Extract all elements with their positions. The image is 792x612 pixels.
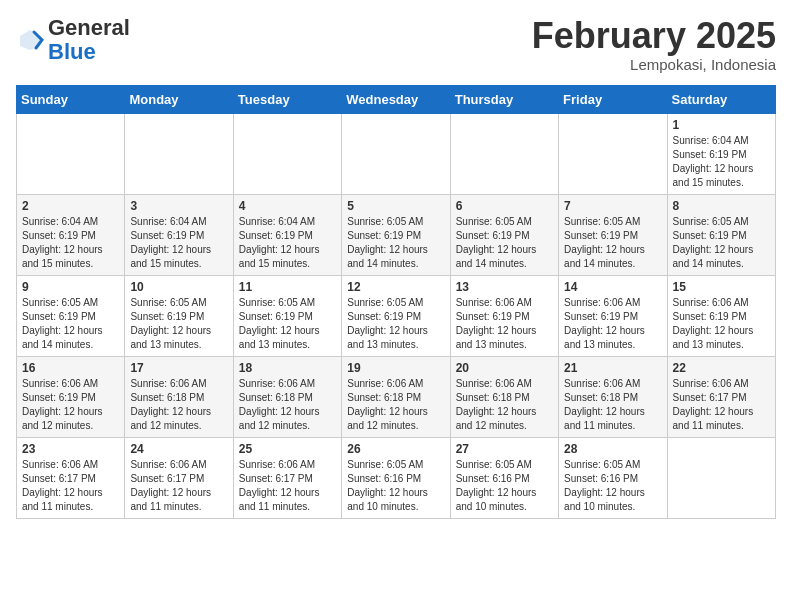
day-info: Sunrise: 6:05 AMSunset: 6:19 PMDaylight:…: [347, 215, 444, 271]
day-number: 2: [22, 199, 119, 213]
calendar-cell: [233, 113, 341, 194]
weekday-header: Friday: [559, 85, 667, 113]
calendar-cell: 13Sunrise: 6:06 AMSunset: 6:19 PMDayligh…: [450, 275, 558, 356]
calendar-cell: 17Sunrise: 6:06 AMSunset: 6:18 PMDayligh…: [125, 356, 233, 437]
day-info: Sunrise: 6:06 AMSunset: 6:19 PMDaylight:…: [456, 296, 553, 352]
calendar-cell: 21Sunrise: 6:06 AMSunset: 6:18 PMDayligh…: [559, 356, 667, 437]
weekday-header: Saturday: [667, 85, 775, 113]
day-info: Sunrise: 6:05 AMSunset: 6:19 PMDaylight:…: [347, 296, 444, 352]
calendar-cell: 2Sunrise: 6:04 AMSunset: 6:19 PMDaylight…: [17, 194, 125, 275]
day-number: 25: [239, 442, 336, 456]
day-info: Sunrise: 6:06 AMSunset: 6:19 PMDaylight:…: [564, 296, 661, 352]
page-header: General Blue February 2025 Lempokasi, In…: [16, 16, 776, 73]
day-info: Sunrise: 6:04 AMSunset: 6:19 PMDaylight:…: [22, 215, 119, 271]
calendar-cell: 12Sunrise: 6:05 AMSunset: 6:19 PMDayligh…: [342, 275, 450, 356]
day-info: Sunrise: 6:05 AMSunset: 6:19 PMDaylight:…: [564, 215, 661, 271]
calendar-cell: 1Sunrise: 6:04 AMSunset: 6:19 PMDaylight…: [667, 113, 775, 194]
calendar-cell: 11Sunrise: 6:05 AMSunset: 6:19 PMDayligh…: [233, 275, 341, 356]
calendar-week-row: 23Sunrise: 6:06 AMSunset: 6:17 PMDayligh…: [17, 437, 776, 518]
day-info: Sunrise: 6:05 AMSunset: 6:19 PMDaylight:…: [673, 215, 770, 271]
calendar-cell: [125, 113, 233, 194]
day-info: Sunrise: 6:06 AMSunset: 6:17 PMDaylight:…: [673, 377, 770, 433]
calendar-cell: 14Sunrise: 6:06 AMSunset: 6:19 PMDayligh…: [559, 275, 667, 356]
day-info: Sunrise: 6:04 AMSunset: 6:19 PMDaylight:…: [130, 215, 227, 271]
day-number: 6: [456, 199, 553, 213]
day-number: 5: [347, 199, 444, 213]
calendar-cell: 6Sunrise: 6:05 AMSunset: 6:19 PMDaylight…: [450, 194, 558, 275]
day-info: Sunrise: 6:04 AMSunset: 6:19 PMDaylight:…: [239, 215, 336, 271]
day-info: Sunrise: 6:05 AMSunset: 6:16 PMDaylight:…: [564, 458, 661, 514]
calendar-week-row: 9Sunrise: 6:05 AMSunset: 6:19 PMDaylight…: [17, 275, 776, 356]
calendar-cell: 28Sunrise: 6:05 AMSunset: 6:16 PMDayligh…: [559, 437, 667, 518]
day-number: 26: [347, 442, 444, 456]
day-info: Sunrise: 6:05 AMSunset: 6:19 PMDaylight:…: [239, 296, 336, 352]
logo-blue-text: Blue: [48, 39, 96, 64]
day-info: Sunrise: 6:06 AMSunset: 6:17 PMDaylight:…: [239, 458, 336, 514]
calendar-cell: 18Sunrise: 6:06 AMSunset: 6:18 PMDayligh…: [233, 356, 341, 437]
calendar-cell: 23Sunrise: 6:06 AMSunset: 6:17 PMDayligh…: [17, 437, 125, 518]
day-number: 23: [22, 442, 119, 456]
day-info: Sunrise: 6:05 AMSunset: 6:19 PMDaylight:…: [130, 296, 227, 352]
day-number: 1: [673, 118, 770, 132]
logo-general-text: General: [48, 15, 130, 40]
day-number: 12: [347, 280, 444, 294]
calendar-week-row: 16Sunrise: 6:06 AMSunset: 6:19 PMDayligh…: [17, 356, 776, 437]
day-number: 18: [239, 361, 336, 375]
day-info: Sunrise: 6:06 AMSunset: 6:19 PMDaylight:…: [673, 296, 770, 352]
day-number: 9: [22, 280, 119, 294]
calendar-cell: 3Sunrise: 6:04 AMSunset: 6:19 PMDaylight…: [125, 194, 233, 275]
weekday-header-row: SundayMondayTuesdayWednesdayThursdayFrid…: [17, 85, 776, 113]
calendar-cell: 19Sunrise: 6:06 AMSunset: 6:18 PMDayligh…: [342, 356, 450, 437]
day-number: 13: [456, 280, 553, 294]
day-number: 3: [130, 199, 227, 213]
day-number: 22: [673, 361, 770, 375]
weekday-header: Monday: [125, 85, 233, 113]
location: Lempokasi, Indonesia: [532, 56, 776, 73]
day-number: 10: [130, 280, 227, 294]
day-info: Sunrise: 6:05 AMSunset: 6:16 PMDaylight:…: [456, 458, 553, 514]
day-number: 24: [130, 442, 227, 456]
calendar-table: SundayMondayTuesdayWednesdayThursdayFrid…: [16, 85, 776, 519]
day-info: Sunrise: 6:06 AMSunset: 6:18 PMDaylight:…: [239, 377, 336, 433]
day-number: 28: [564, 442, 661, 456]
weekday-header: Thursday: [450, 85, 558, 113]
day-info: Sunrise: 6:06 AMSunset: 6:18 PMDaylight:…: [347, 377, 444, 433]
day-info: Sunrise: 6:06 AMSunset: 6:18 PMDaylight:…: [130, 377, 227, 433]
day-number: 11: [239, 280, 336, 294]
calendar-cell: 22Sunrise: 6:06 AMSunset: 6:17 PMDayligh…: [667, 356, 775, 437]
day-number: 21: [564, 361, 661, 375]
day-info: Sunrise: 6:05 AMSunset: 6:19 PMDaylight:…: [456, 215, 553, 271]
weekday-header: Wednesday: [342, 85, 450, 113]
calendar-cell: 27Sunrise: 6:05 AMSunset: 6:16 PMDayligh…: [450, 437, 558, 518]
day-info: Sunrise: 6:04 AMSunset: 6:19 PMDaylight:…: [673, 134, 770, 190]
day-number: 14: [564, 280, 661, 294]
day-info: Sunrise: 6:06 AMSunset: 6:17 PMDaylight:…: [130, 458, 227, 514]
month-title: February 2025: [532, 16, 776, 56]
calendar-cell: 4Sunrise: 6:04 AMSunset: 6:19 PMDaylight…: [233, 194, 341, 275]
calendar-cell: 9Sunrise: 6:05 AMSunset: 6:19 PMDaylight…: [17, 275, 125, 356]
day-info: Sunrise: 6:06 AMSunset: 6:17 PMDaylight:…: [22, 458, 119, 514]
calendar-cell: [342, 113, 450, 194]
logo: General Blue: [16, 16, 130, 64]
day-number: 16: [22, 361, 119, 375]
calendar-cell: [667, 437, 775, 518]
calendar-cell: 26Sunrise: 6:05 AMSunset: 6:16 PMDayligh…: [342, 437, 450, 518]
calendar-cell: 20Sunrise: 6:06 AMSunset: 6:18 PMDayligh…: [450, 356, 558, 437]
day-number: 19: [347, 361, 444, 375]
calendar-cell: [17, 113, 125, 194]
day-number: 7: [564, 199, 661, 213]
day-number: 15: [673, 280, 770, 294]
day-number: 4: [239, 199, 336, 213]
day-number: 27: [456, 442, 553, 456]
calendar-cell: [450, 113, 558, 194]
day-number: 20: [456, 361, 553, 375]
weekday-header: Sunday: [17, 85, 125, 113]
calendar-cell: 5Sunrise: 6:05 AMSunset: 6:19 PMDaylight…: [342, 194, 450, 275]
day-info: Sunrise: 6:05 AMSunset: 6:16 PMDaylight:…: [347, 458, 444, 514]
day-info: Sunrise: 6:06 AMSunset: 6:18 PMDaylight:…: [456, 377, 553, 433]
calendar-cell: 8Sunrise: 6:05 AMSunset: 6:19 PMDaylight…: [667, 194, 775, 275]
calendar-cell: 10Sunrise: 6:05 AMSunset: 6:19 PMDayligh…: [125, 275, 233, 356]
day-info: Sunrise: 6:06 AMSunset: 6:18 PMDaylight:…: [564, 377, 661, 433]
calendar-cell: 24Sunrise: 6:06 AMSunset: 6:17 PMDayligh…: [125, 437, 233, 518]
calendar-cell: 25Sunrise: 6:06 AMSunset: 6:17 PMDayligh…: [233, 437, 341, 518]
